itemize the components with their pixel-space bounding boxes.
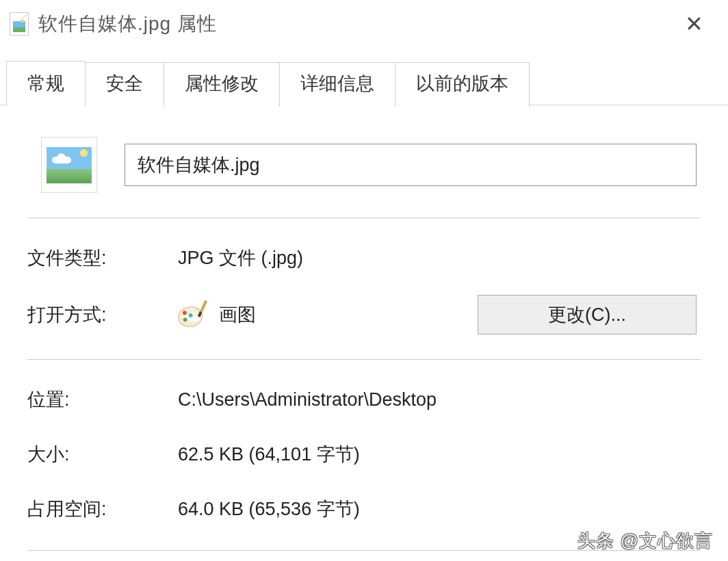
tab-general[interactable]: 常规 [6,61,86,106]
divider [27,218,701,218]
divider [27,359,701,360]
label-size: 大小: [27,442,178,467]
file-name-input[interactable] [125,144,697,186]
file-header-row [27,137,701,193]
file-type-icon [10,12,29,36]
row-size: 大小: 62.5 KB (64,101 字节) [27,436,701,472]
titlebar-left: 软件自媒体.jpg 属性 [10,11,217,37]
tab-content: 文件类型: JPG 文件 (.jpg) 打开方式: 画图 更改(C)... 位置… [0,105,728,551]
value-location: C:\Users\Administrator\Desktop [178,389,701,410]
tab-details[interactable]: 详细信息 [279,62,395,107]
file-thumbnail-icon [41,137,97,193]
close-button[interactable]: ✕ [673,3,714,44]
tab-attributes[interactable]: 属性修改 [164,62,280,107]
row-location: 位置: C:\Users\Administrator\Desktop [27,382,701,417]
paint-app-icon [178,301,205,328]
value-size-on-disk: 64.0 KB (65,536 字节) [178,497,701,521]
close-icon: ✕ [685,13,703,35]
tab-security[interactable]: 安全 [85,62,164,107]
row-open-with: 打开方式: 画图 更改(C)... [27,295,701,335]
tab-strip: 常规 安全 属性修改 详细信息 以前的版本 [0,60,728,105]
label-size-on-disk: 占用空间: [27,497,178,521]
watermark-text: 头条 @文心欲言 [577,529,713,553]
row-file-type: 文件类型: JPG 文件 (.jpg) [27,240,701,276]
label-open-with: 打开方式: [27,302,178,327]
window-title: 软件自媒体.jpg 属性 [38,11,217,37]
label-file-type: 文件类型: [27,246,178,270]
tab-previous-versions[interactable]: 以前的版本 [395,62,530,107]
change-button[interactable]: 更改(C)... [478,295,697,335]
value-open-with: 画图 [219,302,256,327]
label-location: 位置: [27,387,178,412]
titlebar: 软件自媒体.jpg 属性 ✕ [0,0,728,48]
value-size: 62.5 KB (64,101 字节) [178,442,701,467]
value-file-type: JPG 文件 (.jpg) [178,246,701,270]
row-size-on-disk: 占用空间: 64.0 KB (65,536 字节) [27,491,701,527]
